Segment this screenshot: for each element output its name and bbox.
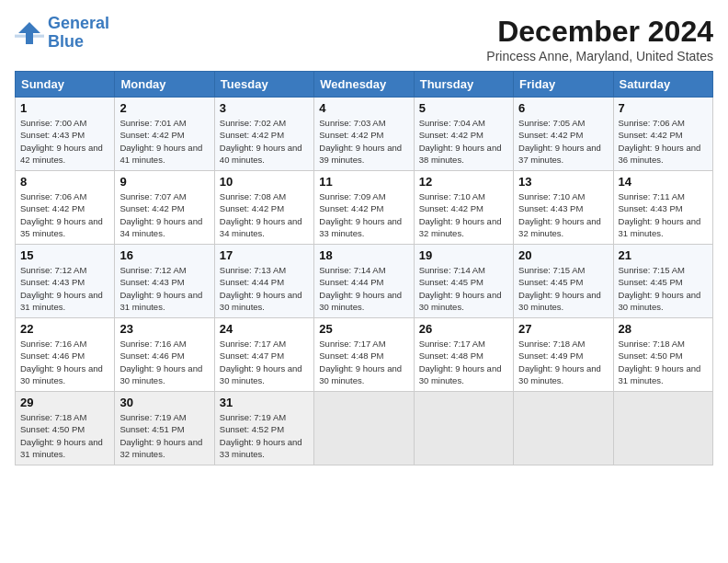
day-info: Sunrise: 7:05 AM Sunset: 4:42 PM Dayligh… [518,117,608,166]
day-info: Sunrise: 7:16 AM Sunset: 4:46 PM Dayligh… [119,338,209,386]
calendar-subtitle: Princess Anne, Maryland, United States [486,49,713,63]
day-number: 26 [419,322,508,336]
week-row-3: 15 Sunrise: 7:12 AM Sunset: 4:43 PM Dayl… [16,245,713,318]
day-cell: 31 Sunrise: 7:19 AM Sunset: 4:52 PM Dayl… [214,392,313,465]
day-cell: 7 Sunrise: 7:06 AM Sunset: 4:42 PM Dayli… [613,98,712,171]
day-info: Sunrise: 7:06 AM Sunset: 4:42 PM Dayligh… [20,190,109,239]
day-cell: 10 Sunrise: 7:08 AM Sunset: 4:42 PM Dayl… [214,171,313,245]
day-number: 25 [319,322,408,336]
day-number: 15 [20,248,109,262]
day-info: Sunrise: 7:14 AM Sunset: 4:45 PM Dayligh… [419,264,508,313]
day-cell: 15 Sunrise: 7:12 AM Sunset: 4:43 PM Dayl… [16,245,115,318]
day-number: 12 [419,175,508,189]
day-info: Sunrise: 7:18 AM Sunset: 4:49 PM Dayligh… [518,338,608,386]
day-cell: 8 Sunrise: 7:06 AM Sunset: 4:42 PM Dayli… [16,171,115,245]
day-cell: 1 Sunrise: 7:00 AM Sunset: 4:43 PM Dayli… [16,98,115,171]
day-info: Sunrise: 7:10 AM Sunset: 4:42 PM Dayligh… [419,190,508,239]
day-cell: 29 Sunrise: 7:18 AM Sunset: 4:50 PM Dayl… [16,392,115,465]
day-number: 7 [619,101,708,115]
day-number: 3 [220,101,309,115]
day-info: Sunrise: 7:19 AM Sunset: 4:51 PM Dayligh… [119,411,209,460]
day-cell: 4 Sunrise: 7:03 AM Sunset: 4:42 PM Dayli… [314,98,414,171]
day-number: 10 [220,175,309,189]
day-number: 20 [518,248,608,262]
day-number: 9 [119,175,209,189]
day-number: 2 [119,101,209,115]
day-info: Sunrise: 7:13 AM Sunset: 4:44 PM Dayligh… [220,264,309,313]
day-number: 5 [419,101,508,115]
day-info: Sunrise: 7:15 AM Sunset: 4:45 PM Dayligh… [619,264,708,313]
day-cell: 11 Sunrise: 7:09 AM Sunset: 4:42 PM Dayl… [314,171,414,245]
day-cell: 13 Sunrise: 7:10 AM Sunset: 4:43 PM Dayl… [514,171,613,245]
day-info: Sunrise: 7:14 AM Sunset: 4:44 PM Dayligh… [319,264,408,313]
day-info: Sunrise: 7:17 AM Sunset: 4:48 PM Dayligh… [319,338,408,386]
day-cell: 3 Sunrise: 7:02 AM Sunset: 4:42 PM Dayli… [214,98,313,171]
title-area: December 2024 Princess Anne, Maryland, U… [486,15,713,63]
weekday-header-thursday: Thursday [414,72,513,98]
day-info: Sunrise: 7:00 AM Sunset: 4:43 PM Dayligh… [20,117,109,166]
svg-marker-0 [18,22,40,44]
day-number: 17 [220,248,309,262]
week-row-2: 8 Sunrise: 7:06 AM Sunset: 4:42 PM Dayli… [16,171,713,245]
day-cell: 26 Sunrise: 7:17 AM Sunset: 4:48 PM Dayl… [414,318,513,392]
svg-rect-1 [15,34,44,37]
week-row-5: 29 Sunrise: 7:18 AM Sunset: 4:50 PM Dayl… [16,392,713,465]
logo: General Blue [15,15,109,52]
day-info: Sunrise: 7:19 AM Sunset: 4:52 PM Dayligh… [220,411,309,460]
day-number: 13 [518,175,608,189]
day-info: Sunrise: 7:12 AM Sunset: 4:43 PM Dayligh… [20,264,109,313]
week-row-1: 1 Sunrise: 7:00 AM Sunset: 4:43 PM Dayli… [16,98,713,171]
day-number: 6 [518,101,608,115]
day-info: Sunrise: 7:11 AM Sunset: 4:43 PM Dayligh… [619,190,708,239]
logo-line1: General [48,14,109,32]
day-number: 8 [20,175,109,189]
day-cell [314,392,414,465]
day-cell: 2 Sunrise: 7:01 AM Sunset: 4:42 PM Dayli… [115,98,214,171]
weekday-header-friday: Friday [514,72,613,98]
logo-icon [15,18,44,48]
day-cell [414,392,513,465]
day-number: 29 [20,396,109,409]
day-cell: 12 Sunrise: 7:10 AM Sunset: 4:42 PM Dayl… [414,171,513,245]
weekday-header-sunday: Sunday [16,72,115,98]
day-info: Sunrise: 7:03 AM Sunset: 4:42 PM Dayligh… [319,117,408,166]
day-cell: 21 Sunrise: 7:15 AM Sunset: 4:45 PM Dayl… [613,245,712,318]
day-cell: 25 Sunrise: 7:17 AM Sunset: 4:48 PM Dayl… [314,318,414,392]
day-cell: 19 Sunrise: 7:14 AM Sunset: 4:45 PM Dayl… [414,245,513,318]
day-number: 14 [619,175,708,189]
day-info: Sunrise: 7:08 AM Sunset: 4:42 PM Dayligh… [220,190,309,239]
day-cell: 24 Sunrise: 7:17 AM Sunset: 4:47 PM Dayl… [214,318,313,392]
day-cell: 18 Sunrise: 7:14 AM Sunset: 4:44 PM Dayl… [314,245,414,318]
weekday-header-row: SundayMondayTuesdayWednesdayThursdayFrid… [16,72,713,98]
day-number: 22 [20,322,109,336]
day-info: Sunrise: 7:04 AM Sunset: 4:42 PM Dayligh… [419,117,508,166]
day-cell: 6 Sunrise: 7:05 AM Sunset: 4:42 PM Dayli… [514,98,613,171]
day-cell: 17 Sunrise: 7:13 AM Sunset: 4:44 PM Dayl… [214,245,313,318]
day-number: 24 [220,322,309,336]
day-cell: 27 Sunrise: 7:18 AM Sunset: 4:49 PM Dayl… [514,318,613,392]
day-info: Sunrise: 7:10 AM Sunset: 4:43 PM Dayligh… [518,190,608,239]
day-number: 30 [119,396,209,409]
day-number: 18 [319,248,408,262]
day-cell: 20 Sunrise: 7:15 AM Sunset: 4:45 PM Dayl… [514,245,613,318]
day-info: Sunrise: 7:07 AM Sunset: 4:42 PM Dayligh… [119,190,209,239]
day-info: Sunrise: 7:01 AM Sunset: 4:42 PM Dayligh… [119,117,209,166]
day-info: Sunrise: 7:06 AM Sunset: 4:42 PM Dayligh… [619,117,708,166]
weekday-header-monday: Monday [115,72,214,98]
day-cell: 16 Sunrise: 7:12 AM Sunset: 4:43 PM Dayl… [115,245,214,318]
weekday-header-tuesday: Tuesday [214,72,313,98]
day-info: Sunrise: 7:17 AM Sunset: 4:47 PM Dayligh… [220,338,309,386]
day-info: Sunrise: 7:12 AM Sunset: 4:43 PM Dayligh… [119,264,209,313]
day-cell: 14 Sunrise: 7:11 AM Sunset: 4:43 PM Dayl… [613,171,712,245]
day-cell: 22 Sunrise: 7:16 AM Sunset: 4:46 PM Dayl… [16,318,115,392]
day-info: Sunrise: 7:17 AM Sunset: 4:48 PM Dayligh… [419,338,508,386]
logo-text: General Blue [48,15,109,52]
day-number: 27 [518,322,608,336]
weekday-header-wednesday: Wednesday [314,72,414,98]
day-number: 1 [20,101,109,115]
day-number: 11 [319,175,408,189]
calendar-table: SundayMondayTuesdayWednesdayThursdayFrid… [15,71,713,465]
day-number: 28 [619,322,708,336]
day-number: 21 [619,248,708,262]
day-number: 19 [419,248,508,262]
